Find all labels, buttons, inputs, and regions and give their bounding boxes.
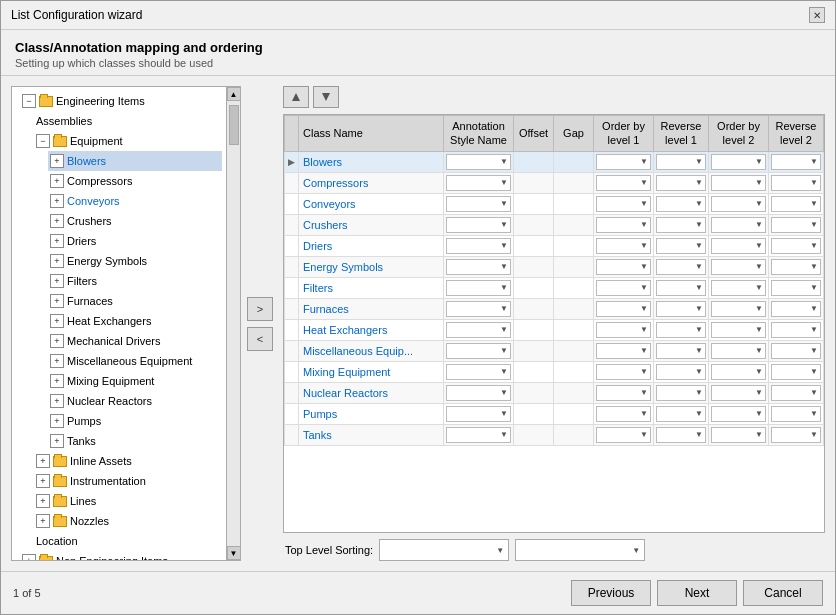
dropdown-reverse1[interactable]: ▼: [656, 427, 706, 443]
cell-order1[interactable]: ▼: [594, 424, 654, 445]
dropdown-annotation[interactable]: ▼: [446, 406, 511, 422]
dropdown-order1[interactable]: ▼: [596, 427, 651, 443]
table-container[interactable]: Class Name Annotation Style Name Offset …: [283, 114, 825, 533]
cell-annotation[interactable]: ▼: [444, 214, 514, 235]
cell-offset[interactable]: [514, 361, 554, 382]
dropdown-reverse1[interactable]: ▼: [656, 280, 706, 296]
move-up-button[interactable]: [283, 86, 309, 108]
cell-annotation[interactable]: ▼: [444, 424, 514, 445]
dropdown-reverse1[interactable]: ▼: [656, 196, 706, 212]
cell-order1[interactable]: ▼: [594, 151, 654, 172]
cell-order2[interactable]: ▼: [709, 193, 769, 214]
add-button[interactable]: >: [247, 297, 273, 321]
tree-item-mixing-equipment[interactable]: + Mixing Equipment: [48, 371, 222, 391]
dropdown-order2[interactable]: ▼: [711, 385, 766, 401]
tree-item-heat-exchangers[interactable]: + Heat Exchangers: [48, 311, 222, 331]
dropdown-order2[interactable]: ▼: [711, 175, 766, 191]
dropdown-reverse1[interactable]: ▼: [656, 259, 706, 275]
dropdown-reverse2[interactable]: ▼: [771, 196, 821, 212]
cell-order1[interactable]: ▼: [594, 193, 654, 214]
cell-reverse1[interactable]: ▼: [654, 298, 709, 319]
cell-reverse2[interactable]: ▼: [769, 340, 824, 361]
cell-order1[interactable]: ▼: [594, 235, 654, 256]
cell-order1[interactable]: ▼: [594, 403, 654, 424]
dropdown-reverse1[interactable]: ▼: [656, 322, 706, 338]
table-row[interactable]: ▶Blowers▼▼▼▼▼: [285, 151, 824, 172]
dropdown-reverse1[interactable]: ▼: [656, 217, 706, 233]
cell-offset[interactable]: [514, 193, 554, 214]
cell-offset[interactable]: [514, 382, 554, 403]
cell-reverse1[interactable]: ▼: [654, 277, 709, 298]
dropdown-reverse2[interactable]: ▼: [771, 385, 821, 401]
tree-item-tanks[interactable]: + Tanks: [48, 431, 222, 451]
class-name-cell[interactable]: Heat Exchangers: [299, 319, 444, 340]
dropdown-order1[interactable]: ▼: [596, 343, 651, 359]
cell-order2[interactable]: ▼: [709, 256, 769, 277]
cell-offset[interactable]: [514, 151, 554, 172]
cell-offset[interactable]: [514, 403, 554, 424]
tree-item-instrumentation[interactable]: + Instrumentation: [34, 471, 222, 491]
dropdown-annotation[interactable]: ▼: [446, 385, 511, 401]
cell-gap[interactable]: [554, 193, 594, 214]
cell-order1[interactable]: ▼: [594, 298, 654, 319]
cell-order2[interactable]: ▼: [709, 403, 769, 424]
cell-reverse2[interactable]: ▼: [769, 214, 824, 235]
dropdown-reverse2[interactable]: ▼: [771, 217, 821, 233]
dropdown-reverse1[interactable]: ▼: [656, 343, 706, 359]
cell-annotation[interactable]: ▼: [444, 403, 514, 424]
cell-gap[interactable]: [554, 277, 594, 298]
tree-item-crushers[interactable]: + Crushers: [48, 211, 222, 231]
scroll-down-button[interactable]: ▼: [227, 546, 241, 560]
dropdown-order2[interactable]: ▼: [711, 196, 766, 212]
table-row[interactable]: Conveyors▼▼▼▼▼: [285, 193, 824, 214]
class-name-cell[interactable]: Pumps: [299, 403, 444, 424]
cell-order1[interactable]: ▼: [594, 340, 654, 361]
dropdown-reverse1[interactable]: ▼: [656, 385, 706, 401]
table-row[interactable]: Compressors▼▼▼▼▼: [285, 172, 824, 193]
cell-reverse1[interactable]: ▼: [654, 403, 709, 424]
dropdown-reverse2[interactable]: ▼: [771, 238, 821, 254]
cell-order2[interactable]: ▼: [709, 340, 769, 361]
tree-item-mechanical-drivers[interactable]: + Mechanical Drivers: [48, 331, 222, 351]
table-row[interactable]: Mixing Equipment▼▼▼▼▼: [285, 361, 824, 382]
cell-order2[interactable]: ▼: [709, 214, 769, 235]
dropdown-annotation[interactable]: ▼: [446, 280, 511, 296]
dropdown-reverse2[interactable]: ▼: [771, 343, 821, 359]
cell-offset[interactable]: [514, 277, 554, 298]
cell-reverse2[interactable]: ▼: [769, 277, 824, 298]
cell-annotation[interactable]: ▼: [444, 193, 514, 214]
cell-order1[interactable]: ▼: [594, 361, 654, 382]
dropdown-order1[interactable]: ▼: [596, 196, 651, 212]
cell-order1[interactable]: ▼: [594, 382, 654, 403]
cell-reverse2[interactable]: ▼: [769, 151, 824, 172]
cell-reverse2[interactable]: ▼: [769, 382, 824, 403]
dropdown-annotation[interactable]: ▼: [446, 196, 511, 212]
cell-gap[interactable]: [554, 298, 594, 319]
cell-offset[interactable]: [514, 424, 554, 445]
dropdown-reverse2[interactable]: ▼: [771, 301, 821, 317]
cell-reverse1[interactable]: ▼: [654, 256, 709, 277]
cell-annotation[interactable]: ▼: [444, 235, 514, 256]
tree-item-conveyors[interactable]: + Conveyors: [48, 191, 222, 211]
scroll-up-button[interactable]: ▲: [227, 87, 241, 101]
tree-item-equipment[interactable]: − Equipment: [34, 131, 222, 151]
remove-button[interactable]: <: [247, 327, 273, 351]
cell-offset[interactable]: [514, 256, 554, 277]
tree-item-compressors[interactable]: + Compressors: [48, 171, 222, 191]
dropdown-reverse2[interactable]: ▼: [771, 322, 821, 338]
dropdown-annotation[interactable]: ▼: [446, 175, 511, 191]
dropdown-annotation[interactable]: ▼: [446, 259, 511, 275]
cell-reverse1[interactable]: ▼: [654, 424, 709, 445]
dropdown-reverse2[interactable]: ▼: [771, 175, 821, 191]
tree-item-location[interactable]: Location: [34, 531, 222, 551]
cell-order2[interactable]: ▼: [709, 424, 769, 445]
dropdown-order2[interactable]: ▼: [711, 154, 766, 170]
cell-reverse2[interactable]: ▼: [769, 235, 824, 256]
dropdown-reverse2[interactable]: ▼: [771, 280, 821, 296]
cell-order1[interactable]: ▼: [594, 172, 654, 193]
cell-gap[interactable]: [554, 361, 594, 382]
cell-annotation[interactable]: ▼: [444, 382, 514, 403]
table-row[interactable]: Nuclear Reactors▼▼▼▼▼: [285, 382, 824, 403]
table-row[interactable]: Pumps▼▼▼▼▼: [285, 403, 824, 424]
dropdown-reverse1[interactable]: ▼: [656, 301, 706, 317]
